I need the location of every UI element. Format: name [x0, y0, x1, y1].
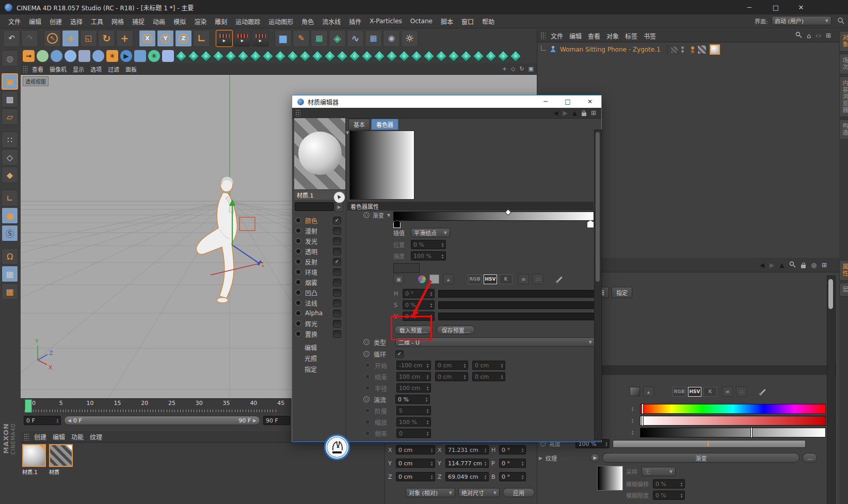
search-icon[interactable] — [795, 31, 802, 40]
render-settings-icon[interactable] — [252, 30, 269, 47]
end-z-field[interactable]: 0 cm — [472, 372, 505, 381]
start-z-field[interactable]: 0 cm — [472, 361, 505, 370]
dock-tab-structure[interactable]: 构造 — [839, 119, 848, 140]
enable-dots-icon[interactable] — [691, 46, 694, 53]
channel-row[interactable]: 辉光 — [292, 318, 346, 329]
cycle-radio[interactable] — [363, 351, 370, 357]
viewport-menu-item[interactable]: 摄像机 — [46, 64, 70, 74]
spectrum-icon[interactable]: ▴ — [443, 274, 454, 284]
gear-green-icon[interactable]: ✳ — [148, 50, 160, 62]
add-panel-icon[interactable]: ⊞ — [591, 109, 596, 117]
dialog-dragbar[interactable]: ◀ ▶ ▲ ⊞ — [292, 108, 601, 119]
size-field[interactable]: 69.049 cm — [445, 472, 489, 481]
lock-icon[interactable] — [801, 265, 806, 268]
channel-radio[interactable] — [295, 320, 301, 327]
interface-select[interactable]: 启动 (用户) ▼ — [772, 16, 831, 25]
channel-radio[interactable] — [295, 227, 301, 234]
workplane-lock-icon[interactable]: ▦ — [2, 266, 18, 282]
channel-checkbox[interactable] — [333, 248, 341, 255]
nav-up-icon[interactable]: ▲ — [572, 109, 577, 117]
xp-diamond-icon[interactable] — [262, 50, 274, 62]
snap-icon[interactable]: Ω — [2, 248, 18, 265]
gap[interactable] — [2, 242, 18, 247]
shader-preview[interactable] — [349, 131, 414, 200]
tab-shader[interactable]: 着色器 — [371, 119, 398, 130]
channel-row[interactable]: 反射 — [292, 256, 346, 267]
material-menu-item[interactable]: 创建 — [31, 431, 50, 442]
texture-preview-thumb[interactable] — [597, 466, 623, 491]
material-thumb-hatch[interactable]: 材质 — [49, 444, 72, 476]
xp-diamond-icon[interactable] — [498, 50, 509, 62]
channel-radio[interactable] — [295, 310, 301, 316]
nav-back-icon[interactable]: ◀ — [553, 109, 558, 117]
material-search-field[interactable] — [295, 202, 334, 211]
om-menu-item[interactable]: 标签 — [622, 30, 641, 41]
channel-row[interactable]: 烟雾 — [292, 277, 346, 287]
nav-up-icon[interactable]: ▲ — [779, 262, 784, 269]
material-menu-item[interactable]: 功能 — [68, 431, 87, 442]
last-tool-icon[interactable]: + — [116, 30, 133, 47]
stepper-icon[interactable] — [632, 406, 633, 411]
position-field[interactable]: 0 cm — [396, 472, 435, 481]
xp-diamond-icon[interactable] — [411, 50, 423, 62]
y-axis-lock-icon[interactable]: Y — [157, 30, 174, 47]
xp-diamond-icon[interactable] — [237, 50, 249, 62]
preview-type-icon[interactable] — [333, 191, 345, 203]
xp-diamond-icon[interactable] — [436, 50, 447, 62]
channel-radio[interactable] — [295, 269, 301, 275]
channel-radio[interactable] — [295, 258, 301, 265]
texture-mode-icon[interactable]: ▩ — [2, 91, 18, 107]
channel-link[interactable]: 光照 — [292, 353, 346, 364]
viewport-menu-item[interactable]: 查看 — [29, 64, 46, 74]
sliders-icon[interactable]: ≡ — [722, 386, 733, 397]
xp-diamond-icon[interactable] — [175, 50, 187, 62]
saturation-marker[interactable] — [642, 415, 644, 426]
viewport-menu-item[interactable]: 过滤 — [105, 64, 122, 74]
drag-handle[interactable] — [540, 32, 546, 39]
menu-item[interactable]: 工具 — [87, 15, 107, 27]
undo-icon[interactable]: ↶ — [3, 30, 20, 47]
range-right-arrow-icon[interactable]: ▶ — [253, 418, 257, 423]
size-field[interactable]: 114.777 cm — [445, 459, 489, 468]
channel-row[interactable]: 漫射 — [292, 225, 346, 236]
rotation-field[interactable]: 0 ° — [499, 459, 526, 468]
color-mode-button[interactable]: HSV — [688, 387, 701, 397]
scrollbar-track[interactable] — [827, 275, 836, 504]
menu-item[interactable]: 运动图形 — [264, 15, 297, 27]
end-frame-field[interactable]: 90 F — [263, 416, 290, 425]
hue-marker[interactable] — [642, 403, 644, 414]
arrow-blue-icon[interactable]: ▶ — [120, 50, 132, 62]
duplicate-icon[interactable] — [78, 50, 90, 62]
coordinate-system-icon[interactable]: ∟ — [193, 30, 210, 47]
eyedropper-icon[interactable] — [557, 277, 562, 282]
hue-bar[interactable] — [640, 404, 826, 414]
dock-tab-attributes[interactable]: 属性 — [839, 260, 848, 281]
scale-tool-icon[interactable]: ◱ — [80, 30, 97, 47]
move-tool-icon[interactable]: + — [62, 30, 79, 47]
channel-radio[interactable] — [295, 238, 301, 244]
texture-tag-icon[interactable] — [697, 45, 707, 54]
turbulence-radio[interactable] — [363, 396, 370, 402]
viewport-menu-item[interactable]: 面板 — [122, 64, 140, 74]
channel-checkbox[interactable] — [333, 299, 341, 307]
menu-item[interactable]: 脚本 — [437, 15, 457, 27]
material-thumb-sphere[interactable]: 材质.1 — [22, 444, 45, 476]
globe-lock-icon[interactable] — [134, 50, 146, 62]
type-radio[interactable] — [363, 339, 370, 345]
timeline-range-slider[interactable]: ◀ 0 F 90 F ▶ — [64, 416, 260, 425]
channel-checkbox[interactable] — [333, 310, 341, 317]
material-menu-item[interactable]: 编辑 — [50, 431, 68, 442]
xp-diamond-icon[interactable] — [200, 50, 212, 62]
filter-oval-icon[interactable]: ○ — [815, 34, 821, 38]
xp-diamond-icon[interactable] — [287, 50, 299, 62]
om-menu-item[interactable]: 书签 — [641, 30, 659, 41]
menu-item[interactable]: 流水线 — [318, 15, 345, 27]
xp-diamond-icon[interactable] — [349, 50, 361, 62]
interpolation-select[interactable]: 平滑结点▼ — [411, 228, 450, 237]
drag-handle[interactable] — [24, 433, 29, 441]
dialog-titlebar[interactable]: 材质编辑器 ─ □ ✕ — [292, 95, 601, 108]
mixer-icon[interactable]: ∷ — [533, 274, 543, 284]
xp-diamond-icon[interactable] — [275, 50, 286, 62]
rotate-tool-icon[interactable]: ↻ — [98, 30, 115, 47]
turbulence-field[interactable]: 0 % — [395, 395, 430, 404]
